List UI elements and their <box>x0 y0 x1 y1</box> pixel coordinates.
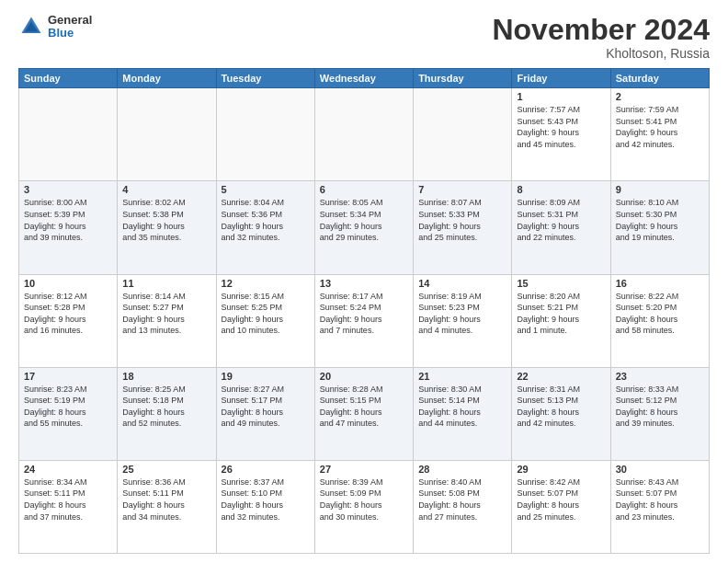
weekday-header-row: Sunday Monday Tuesday Wednesday Thursday… <box>19 69 710 88</box>
day-info: Sunrise: 8:05 AM Sunset: 5:34 PM Dayligh… <box>320 197 408 243</box>
table-cell: 21Sunrise: 8:30 AM Sunset: 5:14 PM Dayli… <box>414 367 512 460</box>
header-sunday: Sunday <box>19 69 118 88</box>
day-number: 6 <box>320 184 408 195</box>
day-number: 23 <box>616 371 704 382</box>
table-cell: 25Sunrise: 8:36 AM Sunset: 5:11 PM Dayli… <box>118 460 216 553</box>
day-info: Sunrise: 8:00 AM Sunset: 5:39 PM Dayligh… <box>24 197 112 243</box>
day-info: Sunrise: 8:19 AM Sunset: 5:23 PM Dayligh… <box>418 291 506 337</box>
logo-blue: Blue <box>48 27 92 40</box>
table-cell: 19Sunrise: 8:27 AM Sunset: 5:17 PM Dayli… <box>216 367 314 460</box>
day-info: Sunrise: 7:57 AM Sunset: 5:43 PM Dayligh… <box>517 104 605 150</box>
day-info: Sunrise: 8:36 AM Sunset: 5:11 PM Dayligh… <box>122 477 210 523</box>
day-number: 16 <box>616 278 704 289</box>
logo-general: General <box>48 14 92 27</box>
day-number: 25 <box>122 464 210 475</box>
header-tuesday: Tuesday <box>216 69 314 88</box>
day-info: Sunrise: 8:09 AM Sunset: 5:31 PM Dayligh… <box>517 197 605 243</box>
table-cell: 28Sunrise: 8:40 AM Sunset: 5:08 PM Dayli… <box>414 460 512 553</box>
day-number: 27 <box>320 464 408 475</box>
day-info: Sunrise: 8:02 AM Sunset: 5:38 PM Dayligh… <box>122 197 210 243</box>
table-cell: 3Sunrise: 8:00 AM Sunset: 5:39 PM Daylig… <box>19 181 118 274</box>
table-cell: 29Sunrise: 8:42 AM Sunset: 5:07 PM Dayli… <box>512 460 610 553</box>
table-cell: 17Sunrise: 8:23 AM Sunset: 5:19 PM Dayli… <box>19 367 118 460</box>
day-number: 11 <box>122 278 210 289</box>
day-info: Sunrise: 8:27 AM Sunset: 5:17 PM Dayligh… <box>222 384 310 430</box>
day-number: 22 <box>517 371 605 382</box>
table-cell <box>314 88 413 181</box>
header-monday: Monday <box>118 69 216 88</box>
day-info: Sunrise: 8:43 AM Sunset: 5:07 PM Dayligh… <box>616 477 704 523</box>
table-cell: 15Sunrise: 8:20 AM Sunset: 5:21 PM Dayli… <box>512 274 610 367</box>
logo-icon <box>18 14 44 40</box>
day-number: 7 <box>418 184 506 195</box>
table-cell <box>19 88 118 181</box>
day-info: Sunrise: 8:40 AM Sunset: 5:08 PM Dayligh… <box>418 477 506 523</box>
day-number: 5 <box>222 184 310 195</box>
logo: General Blue <box>18 14 92 40</box>
day-number: 10 <box>24 278 112 289</box>
table-cell: 18Sunrise: 8:25 AM Sunset: 5:18 PM Dayli… <box>118 367 216 460</box>
table-cell: 5Sunrise: 8:04 AM Sunset: 5:36 PM Daylig… <box>216 181 314 274</box>
day-number: 28 <box>418 464 506 475</box>
day-info: Sunrise: 8:22 AM Sunset: 5:20 PM Dayligh… <box>616 291 704 337</box>
day-number: 24 <box>24 464 112 475</box>
day-info: Sunrise: 8:37 AM Sunset: 5:10 PM Dayligh… <box>222 477 310 523</box>
day-number: 15 <box>517 278 605 289</box>
table-cell: 24Sunrise: 8:34 AM Sunset: 5:11 PM Dayli… <box>19 460 118 553</box>
day-number: 26 <box>222 464 310 475</box>
header-friday: Friday <box>512 69 610 88</box>
day-number: 29 <box>517 464 605 475</box>
table-cell <box>414 88 512 181</box>
table-cell: 23Sunrise: 8:33 AM Sunset: 5:12 PM Dayli… <box>610 367 709 460</box>
day-number: 13 <box>320 278 408 289</box>
header-saturday: Saturday <box>610 69 709 88</box>
table-cell: 14Sunrise: 8:19 AM Sunset: 5:23 PM Dayli… <box>414 274 512 367</box>
table-cell: 1Sunrise: 7:57 AM Sunset: 5:43 PM Daylig… <box>512 88 610 181</box>
day-info: Sunrise: 8:34 AM Sunset: 5:11 PM Dayligh… <box>24 477 112 523</box>
table-cell: 16Sunrise: 8:22 AM Sunset: 5:20 PM Dayli… <box>610 274 709 367</box>
day-info: Sunrise: 8:42 AM Sunset: 5:07 PM Dayligh… <box>517 477 605 523</box>
day-info: Sunrise: 8:31 AM Sunset: 5:13 PM Dayligh… <box>517 384 605 430</box>
table-cell <box>118 88 216 181</box>
day-info: Sunrise: 8:33 AM Sunset: 5:12 PM Dayligh… <box>616 384 704 430</box>
day-info: Sunrise: 8:04 AM Sunset: 5:36 PM Dayligh… <box>222 197 310 243</box>
day-info: Sunrise: 8:10 AM Sunset: 5:30 PM Dayligh… <box>616 197 704 243</box>
day-info: Sunrise: 7:59 AM Sunset: 5:41 PM Dayligh… <box>616 104 704 150</box>
logo-text: General Blue <box>48 14 92 40</box>
day-info: Sunrise: 8:07 AM Sunset: 5:33 PM Dayligh… <box>418 197 506 243</box>
table-cell: 6Sunrise: 8:05 AM Sunset: 5:34 PM Daylig… <box>314 181 413 274</box>
table-cell: 2Sunrise: 7:59 AM Sunset: 5:41 PM Daylig… <box>610 88 709 181</box>
table-cell: 4Sunrise: 8:02 AM Sunset: 5:38 PM Daylig… <box>118 181 216 274</box>
day-info: Sunrise: 8:23 AM Sunset: 5:19 PM Dayligh… <box>24 384 112 430</box>
page: General Blue November 2024 Kholtoson, Ru… <box>0 0 728 563</box>
month-title: November 2024 <box>492 14 710 46</box>
table-cell: 13Sunrise: 8:17 AM Sunset: 5:24 PM Dayli… <box>314 274 413 367</box>
day-number: 18 <box>122 371 210 382</box>
day-number: 8 <box>517 184 605 195</box>
calendar-table: Sunday Monday Tuesday Wednesday Thursday… <box>18 68 710 554</box>
day-info: Sunrise: 8:39 AM Sunset: 5:09 PM Dayligh… <box>320 477 408 523</box>
day-number: 4 <box>122 184 210 195</box>
table-cell: 12Sunrise: 8:15 AM Sunset: 5:25 PM Dayli… <box>216 274 314 367</box>
table-cell <box>216 88 314 181</box>
day-number: 3 <box>24 184 112 195</box>
table-cell: 10Sunrise: 8:12 AM Sunset: 5:28 PM Dayli… <box>19 274 118 367</box>
table-cell: 27Sunrise: 8:39 AM Sunset: 5:09 PM Dayli… <box>314 460 413 553</box>
header: General Blue November 2024 Kholtoson, Ru… <box>18 14 710 61</box>
day-info: Sunrise: 8:25 AM Sunset: 5:18 PM Dayligh… <box>122 384 210 430</box>
day-number: 12 <box>222 278 310 289</box>
day-number: 21 <box>418 371 506 382</box>
day-number: 30 <box>616 464 704 475</box>
day-number: 17 <box>24 371 112 382</box>
table-cell: 22Sunrise: 8:31 AM Sunset: 5:13 PM Dayli… <box>512 367 610 460</box>
header-wednesday: Wednesday <box>314 69 413 88</box>
table-cell: 11Sunrise: 8:14 AM Sunset: 5:27 PM Dayli… <box>118 274 216 367</box>
title-block: November 2024 Kholtoson, Russia <box>492 14 710 61</box>
day-info: Sunrise: 8:20 AM Sunset: 5:21 PM Dayligh… <box>517 291 605 337</box>
header-thursday: Thursday <box>414 69 512 88</box>
day-info: Sunrise: 8:17 AM Sunset: 5:24 PM Dayligh… <box>320 291 408 337</box>
day-number: 1 <box>517 91 605 102</box>
table-cell: 20Sunrise: 8:28 AM Sunset: 5:15 PM Dayli… <box>314 367 413 460</box>
table-cell: 26Sunrise: 8:37 AM Sunset: 5:10 PM Dayli… <box>216 460 314 553</box>
day-info: Sunrise: 8:28 AM Sunset: 5:15 PM Dayligh… <box>320 384 408 430</box>
